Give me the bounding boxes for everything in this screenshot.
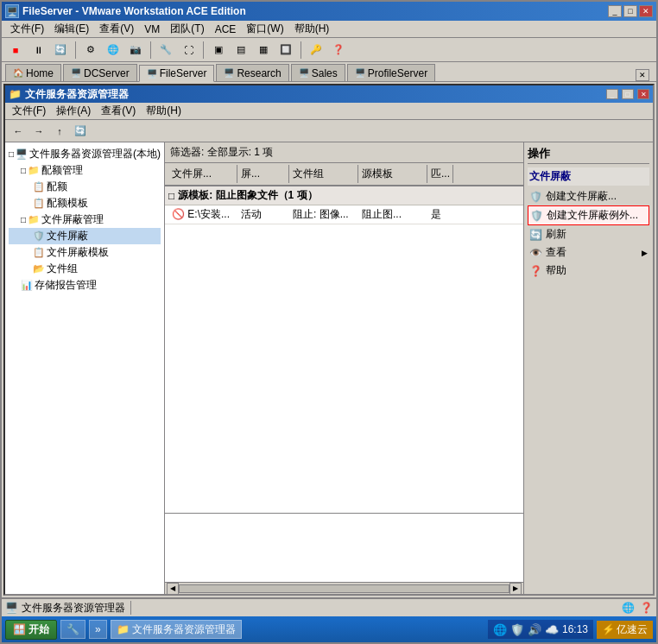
menu-windows[interactable]: 窗口(W) [241, 20, 288, 38]
tree-fscreen-label: 文件屏蔽 [47, 229, 88, 243]
tree-quota-tpl-label: 配额模板 [47, 196, 88, 211]
taskbar-item1[interactable]: 🔧 [60, 620, 85, 639]
tab-home[interactable]: 🏠 Home [5, 64, 61, 81]
ace-btn[interactable]: 🔑 [306, 41, 326, 60]
tree-panel: □ 🖥️ 文件服务器资源管理器(本地) □ 📁 配额管理 📋 配额 📋 配额模板 [5, 142, 165, 594]
filter-bar: 筛选器: 全部显示: 1 项 [165, 142, 523, 163]
tree-fscreen-mgmt-label: 文件屏蔽管理 [41, 212, 104, 227]
col-source-tpl[interactable]: 源模板 [358, 165, 427, 183]
action-create-screen[interactable]: 🛡️ 创建文件屏蔽... [528, 187, 649, 205]
menu-ace[interactable]: ACE [210, 22, 242, 37]
menu-help[interactable]: 帮助(H) [289, 20, 335, 38]
inner-refresh-btn[interactable]: 🔄 [71, 123, 90, 140]
start-button[interactable]: 🪟 开始 [5, 620, 57, 640]
inner-title-bar: 📁 文件服务器资源管理器 _ □ ✕ [5, 85, 653, 103]
inner-title-icon: 📁 [9, 88, 22, 100]
inner-menu-help[interactable]: 帮助(H) [141, 102, 187, 120]
minimize-button[interactable]: _ [608, 5, 622, 17]
tree-fscreen-expand[interactable]: □ [21, 215, 26, 224]
action-view[interactable]: 👁️ 查看 ▶ [528, 243, 649, 262]
tab-research-label: Research [237, 67, 281, 79]
taskbar: 🪟 开始 🔧 » 📁 文件服务器资源管理器 🌐 🛡️ 🔊 ☁️ 16:13 ⚡ … [2, 616, 656, 642]
tab-sales[interactable]: 🖥️ Sales [291, 64, 345, 81]
tree-root-icon: 🖥️ [16, 148, 28, 160]
main-toolbar: ■ ⏸ 🔄 ⚙ 🌐 📷 🔧 ⛶ ▣ ▤ ▦ 🔲 🔑 ❓ [2, 38, 656, 62]
menu-team[interactable]: 团队(T) [165, 20, 209, 38]
network-button[interactable]: 🌐 [103, 41, 123, 60]
col-match[interactable]: 匹... [427, 165, 453, 183]
view-btn1[interactable]: ▣ [208, 41, 229, 60]
inner-menu: 文件(F) 操作(A) 查看(V) 帮助(H) [5, 103, 653, 120]
col-file-group[interactable]: 文件组 [289, 165, 358, 183]
snapshot-button[interactable]: 📷 [125, 41, 146, 60]
maximize-button[interactable]: □ [623, 5, 637, 17]
fileserver-tab-icon: 🖥️ [147, 69, 157, 79]
view-btn3[interactable]: ▦ [253, 41, 274, 60]
tree-quota-mgmt[interactable]: □ 📁 配额管理 [9, 162, 161, 179]
restart-button[interactable]: 🔄 [50, 41, 71, 60]
col-screen[interactable]: 屏... [237, 165, 289, 183]
tab-fileserver[interactable]: 🖥️ FileServer [139, 65, 215, 82]
taskbar-fsrm-label: 文件服务器资源管理器 [132, 622, 236, 637]
col-file-screen[interactable]: 文件屏... [168, 165, 237, 183]
tray-security-icon: 🛡️ [510, 623, 524, 636]
action-create-exception[interactable]: 🛡️ 创建文件屏蔽例外... [528, 205, 649, 225]
tree-quota-item-icon: 📋 [33, 181, 45, 193]
inner-back-btn[interactable]: ← [9, 123, 28, 140]
help-icon: ❓ [529, 265, 542, 277]
inner-menu-file[interactable]: 文件(F) [7, 102, 51, 120]
tree-quota[interactable]: 📋 配额 [9, 179, 161, 195]
inner-menu-action[interactable]: 操作(A) [51, 102, 96, 120]
tree-quota-expand[interactable]: □ [21, 166, 26, 175]
inner-maximize-btn[interactable]: □ [622, 89, 634, 99]
view-btn2[interactable]: ▤ [231, 41, 251, 60]
inner-minimize-btn[interactable]: _ [606, 89, 618, 99]
view-btn4[interactable]: 🔲 [275, 41, 296, 60]
tab-fileserver-label: FileServer [160, 67, 207, 79]
stop-button[interactable]: ■ [5, 41, 26, 60]
tree-storage-report[interactable]: 📊 存储报告管理 [9, 277, 161, 294]
tree-file-screen[interactable]: 🛡️ 文件屏蔽 [9, 228, 161, 244]
action-refresh[interactable]: 🔄 刷新 [528, 225, 649, 243]
tree-file-screen-template[interactable]: 📋 文件屏蔽模板 [9, 244, 161, 261]
inner-forward-btn[interactable]: → [29, 123, 48, 140]
view-arrow-icon: ▶ [642, 249, 648, 257]
cell-path: 🚫 E:\安装... [168, 206, 237, 223]
table-row[interactable]: 🚫 E:\安装... 活动 阻止: 图像... 阻止图... 是 [165, 205, 523, 224]
menu-view[interactable]: 查看(V) [94, 20, 139, 38]
tree-storage-label: 存储报告管理 [35, 278, 97, 293]
menu-edit[interactable]: 编辑(E) [49, 20, 94, 38]
group-header: □ 源模板: 阻止图象文件（1 项） [165, 186, 523, 205]
tree-file-group[interactable]: 📂 文件组 [9, 261, 161, 277]
tab-dcserver[interactable]: 🖥️ DCServer [63, 64, 137, 81]
h-scroll-right[interactable]: ▶ [509, 583, 522, 595]
taskbar-item2[interactable]: » [89, 620, 107, 639]
menu-file[interactable]: 文件(F) [5, 20, 49, 38]
vmtools-button[interactable]: 🔧 [155, 41, 176, 60]
help-btn[interactable]: ❓ [328, 41, 349, 60]
h-scrollbar[interactable]: ◀ ▶ [165, 582, 523, 594]
tab-profileserver[interactable]: 🖥️ ProfileServer [347, 64, 435, 81]
full-button[interactable]: ⛶ [178, 41, 199, 60]
taskbar-item-fsrm[interactable]: 📁 文件服务器资源管理器 [111, 620, 242, 639]
toolbar-sep3 [203, 41, 204, 59]
tree-root-expand[interactable]: □ [9, 149, 14, 159]
close-button[interactable]: ✕ [639, 5, 653, 17]
h-scroll-left[interactable]: ◀ [167, 583, 179, 595]
action-help[interactable]: ❓ 帮助 [528, 262, 649, 280]
tab-research[interactable]: 🖥️ Research [216, 64, 288, 81]
tree-fscreen-tpl-icon: 📋 [33, 247, 45, 258]
tab-home-label: Home [26, 67, 54, 79]
pause-button[interactable]: ⏸ [28, 41, 48, 60]
tabs-close-button[interactable]: ✕ [636, 69, 649, 81]
inner-up-btn[interactable]: ↑ [50, 123, 69, 140]
group-expand-icon[interactable]: □ [168, 190, 174, 202]
menu-vm[interactable]: VM [139, 22, 165, 37]
inner-close-btn[interactable]: ✕ [637, 89, 649, 99]
tree-root[interactable]: □ 🖥️ 文件服务器资源管理器(本地) [9, 146, 161, 162]
inner-menu-view[interactable]: 查看(V) [96, 102, 141, 120]
settings-button[interactable]: ⚙ [80, 41, 101, 60]
tree-quota-template[interactable]: 📋 配额模板 [9, 195, 161, 212]
tree-fscreen-icon: 📁 [28, 214, 40, 225]
tree-file-screen-mgmt[interactable]: □ 📁 文件屏蔽管理 [9, 212, 161, 228]
